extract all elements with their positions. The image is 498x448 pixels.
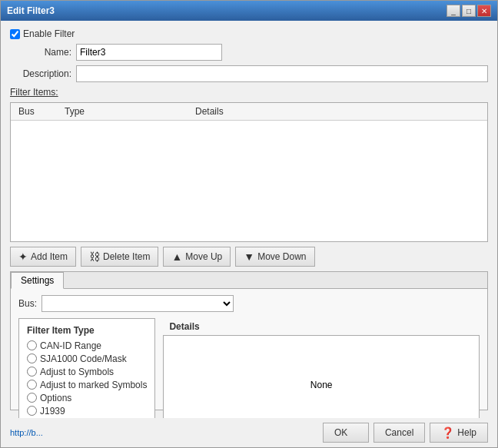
filter-item-type-title: Filter Item Type: [27, 325, 147, 336]
radio-j1939: J1939: [27, 406, 147, 416]
enable-filter-label: Enable Filter: [23, 28, 75, 39]
ok-button[interactable]: OK: [323, 423, 369, 443]
col-type: Type: [60, 105, 191, 118]
radio-adjust-marked-input[interactable]: [27, 380, 37, 390]
title-bar: Edit Filter3 _ □ ✕: [1, 1, 497, 21]
toolbar: ✦ Add Item ⛓ Delete Item ▲ Move Up ▼ Mov…: [10, 247, 488, 267]
radio-options: Options: [27, 393, 147, 403]
delete-item-label: Delete Item: [103, 251, 150, 262]
add-item-label: Add Item: [31, 251, 68, 262]
details-header: Details: [163, 318, 480, 335]
add-icon: ✦: [18, 251, 28, 263]
radio-adjust-symbols: Adjust to Symbols: [27, 367, 147, 377]
help-icon: ❓: [441, 426, 454, 439]
footer-link: http://b...: [10, 428, 43, 437]
description-input[interactable]: [76, 65, 488, 82]
minimize-button[interactable]: _: [447, 5, 460, 17]
radio-adjust-symbols-input[interactable]: [27, 367, 37, 377]
radio-sja1000-label: SJA1000 Code/Mask: [40, 353, 127, 364]
radio-sja1000: SJA1000 Code/Mask: [27, 353, 147, 364]
radio-can-id-range-label: CAN-ID Range: [40, 340, 101, 351]
name-row: Name:: [10, 44, 488, 61]
radio-adjust-marked: Adjust to marked Symbols: [27, 380, 147, 390]
move-down-icon: ▼: [244, 251, 254, 263]
enable-filter-checkbox[interactable]: [10, 29, 20, 39]
window-controls: _ □ ✕: [447, 5, 491, 17]
filter-item-area: Filter Item Type CAN-ID Range SJA1000 Co…: [18, 318, 480, 419]
window-title: Edit Filter3: [7, 5, 55, 16]
name-label: Name:: [10, 47, 71, 58]
ok-label: OK: [334, 427, 347, 438]
table-header: Bus Type Details: [11, 103, 487, 121]
radio-j1939-input[interactable]: [27, 406, 37, 416]
description-label: Description:: [10, 68, 71, 79]
maximize-button[interactable]: □: [462, 5, 476, 17]
radio-adjust-symbols-label: Adjust to Symbols: [40, 367, 114, 377]
filter-items-label: Filter Items:: [10, 87, 58, 98]
radio-options-label: Options: [40, 393, 71, 403]
settings-tab-bar: Settings: [11, 272, 487, 289]
add-item-button[interactable]: ✦ Add Item: [10, 247, 76, 267]
settings-panel: Settings Bus: Filter Item Type: [10, 271, 488, 411]
move-down-label: Move Down: [257, 251, 306, 262]
help-label: Help: [457, 427, 476, 438]
move-down-button[interactable]: ▼ Move Down: [235, 247, 314, 267]
details-wrapper: Details None: [163, 318, 480, 419]
main-window: Edit Filter3 _ □ ✕ Enable Filter Name: D…: [0, 0, 498, 448]
filter-items-section: Filter Items:: [10, 87, 488, 98]
settings-content: Bus: Filter Item Type CAN-ID Range: [11, 289, 487, 419]
close-button[interactable]: ✕: [477, 5, 491, 17]
filter-table-container: Bus Type Details: [10, 102, 488, 242]
col-bus: Bus: [14, 105, 60, 118]
cancel-button[interactable]: Cancel: [374, 423, 425, 443]
bus-label: Bus:: [18, 298, 37, 309]
footer: http://b... OK Cancel ❓ Help: [1, 418, 497, 447]
settings-tab-label: Settings: [21, 275, 54, 286]
dialog-content: Enable Filter Name: Description: Filter …: [1, 21, 497, 418]
radio-can-id-range: CAN-ID Range: [27, 340, 147, 351]
move-up-button[interactable]: ▲ Move Up: [163, 247, 231, 267]
radio-j1939-label: J1939: [40, 406, 65, 416]
delete-icon: ⛓: [89, 251, 100, 263]
radio-adjust-marked-label: Adjust to marked Symbols: [40, 380, 147, 390]
details-none-label: None: [310, 380, 333, 390]
name-input[interactable]: [76, 44, 222, 61]
table-body[interactable]: [11, 121, 487, 241]
help-button[interactable]: ❓ Help: [430, 423, 488, 443]
move-up-label: Move Up: [185, 251, 222, 262]
settings-tab[interactable]: Settings: [11, 272, 64, 289]
cancel-label: Cancel: [385, 427, 413, 438]
bus-row: Bus:: [18, 295, 480, 312]
col-details: Details: [191, 105, 484, 118]
delete-item-button[interactable]: ⛓ Delete Item: [81, 247, 158, 267]
radio-can-id-range-input[interactable]: [27, 340, 37, 350]
details-box: None: [163, 335, 480, 419]
enable-filter-row: Enable Filter: [10, 28, 488, 39]
bus-select[interactable]: [42, 295, 234, 312]
filter-item-type-box: Filter Item Type CAN-ID Range SJA1000 Co…: [18, 318, 155, 419]
move-up-icon: ▲: [171, 251, 182, 263]
radio-options-input[interactable]: [27, 393, 37, 403]
radio-sja1000-input[interactable]: [27, 353, 37, 363]
description-row: Description:: [10, 65, 488, 82]
